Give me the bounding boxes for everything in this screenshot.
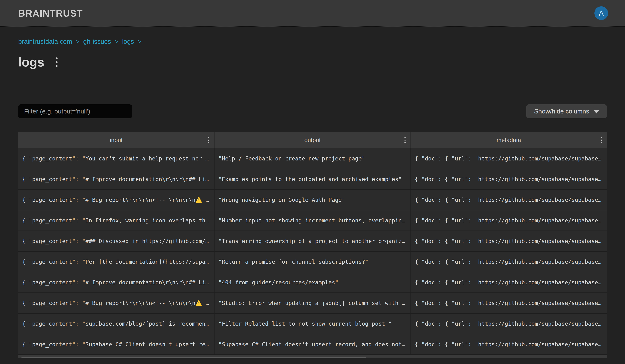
breadcrumb-org-link[interactable]: braintrustdata.com <box>18 38 72 45</box>
cell-input: { "page_content": "### Discussed in http… <box>18 231 214 251</box>
column-header-output[interactable]: output <box>214 132 410 148</box>
column-header-metadata[interactable]: metadata <box>410 132 607 148</box>
cell-input: { "page_content": "# Bug report\r\n\r\n<… <box>18 293 214 313</box>
chevron-right-icon: > <box>115 38 118 45</box>
cell-output: "Filter Related list to not show current… <box>214 314 410 334</box>
cell-input: { "page_content": "supabase.com/blog/[po… <box>18 314 214 334</box>
cell-input: { "page_content": "# Improve documentati… <box>18 272 214 292</box>
breadcrumb-project-link[interactable]: gh-issues <box>83 38 111 45</box>
chevron-down-icon <box>594 110 599 113</box>
brand-logo[interactable]: BRAINTRUST <box>18 8 83 19</box>
filter-input[interactable] <box>18 104 132 118</box>
cell-output: "Studio: Error when updating a jsonb[] c… <box>214 293 410 313</box>
cell-metadata: { "doc": { "url": "https://github.com/su… <box>410 334 607 354</box>
table-row[interactable]: { "page_content": "supabase.com/blog/[po… <box>18 313 607 334</box>
cell-metadata: { "doc": { "url": "https://github.com/su… <box>410 231 607 251</box>
table-row[interactable]: { "page_content": "# Improve documentati… <box>18 168 607 189</box>
chevron-right-icon: > <box>138 38 141 45</box>
cell-input: { "page_content": "Supabase C# Client do… <box>18 334 214 354</box>
cell-input: { "page_content": "You can't submit a he… <box>18 148 214 168</box>
cell-input: { "page_content": "# Bug report\r\n\r\n<… <box>18 190 214 210</box>
table-row[interactable]: { "page_content": "Per [the documentatio… <box>18 251 607 272</box>
column-menu-kebab-icon[interactable] <box>601 136 602 144</box>
cell-metadata: { "doc": { "url": "https://github.com/su… <box>410 272 607 292</box>
cell-metadata: { "doc": { "url": "https://github.com/su… <box>410 314 607 334</box>
cell-output: "Return a promise for channel subscripti… <box>214 252 410 272</box>
cell-input: { "page_content": "In Firefox, warning i… <box>18 210 214 230</box>
toolbar: Show/hide columns <box>18 104 607 118</box>
breadcrumb-logs-link[interactable]: logs <box>122 38 134 45</box>
cell-metadata: { "doc": { "url": "https://github.com/su… <box>410 190 607 210</box>
table-row[interactable]: { "page_content": "Supabase C# Client do… <box>18 334 607 354</box>
cell-output: "Number input not showing increment butt… <box>214 210 410 230</box>
show-hide-columns-label: Show/hide columns <box>534 108 589 115</box>
table-row[interactable]: { "page_content": "### Discussed in http… <box>18 230 607 251</box>
cell-metadata: { "doc": { "url": "https://github.com/su… <box>410 210 607 230</box>
table-row[interactable]: { "page_content": "You can't submit a he… <box>18 148 607 168</box>
table-row[interactable]: { "page_content": "In Firefox, warning i… <box>18 210 607 230</box>
breadcrumb: braintrustdata.com > gh-issues > logs > <box>18 38 625 45</box>
table-header-row: input output metadata <box>18 132 607 148</box>
table-row[interactable]: { "page_content": "# Bug report\r\n\r\n<… <box>18 292 607 313</box>
cell-output: "404 from guides/resources/examples" <box>214 272 410 292</box>
chevron-right-icon: > <box>76 38 79 45</box>
cell-input: { "page_content": "# Improve documentati… <box>18 169 214 189</box>
cell-metadata: { "doc": { "url": "https://github.com/su… <box>410 293 607 313</box>
top-bar: BRAINTRUST A <box>0 0 625 27</box>
cell-output: "Wrong navigating on Google Auth Page" <box>214 190 410 210</box>
column-menu-kebab-icon[interactable] <box>405 136 406 144</box>
page-title: logs <box>18 55 44 70</box>
cell-metadata: { "doc": { "url": "https://github.com/su… <box>410 169 607 189</box>
table-footer <box>18 354 607 358</box>
cell-output: "Examples points to the outdated and arc… <box>214 169 410 189</box>
cell-metadata: { "doc": { "url": "https://github.com/su… <box>410 252 607 272</box>
show-hide-columns-button[interactable]: Show/hide columns <box>526 104 607 118</box>
table-row[interactable]: { "page_content": "# Bug report\r\n\r\n<… <box>18 189 607 210</box>
cell-output: "Help / Feedback on create new project p… <box>214 148 410 168</box>
table-row[interactable]: { "page_content": "# Improve documentati… <box>18 272 607 292</box>
cell-output: "Supabase C# Client doesn't upsert recor… <box>214 334 410 354</box>
title-row: logs <box>18 54 625 71</box>
column-menu-kebab-icon[interactable] <box>208 136 209 144</box>
logs-table: input output metadata { "page_content": … <box>18 132 607 354</box>
column-header-input[interactable]: input <box>18 132 214 148</box>
horizontal-scrollbar[interactable] <box>22 357 366 358</box>
cell-output: "Transferring ownership of a project to … <box>214 231 410 251</box>
cell-input: { "page_content": "Per [the documentatio… <box>18 252 214 272</box>
avatar-initial: A <box>599 9 603 17</box>
avatar[interactable]: A <box>594 6 608 20</box>
cell-metadata: { "doc": { "url": "https://github.com/su… <box>410 148 607 168</box>
page-menu-kebab-icon[interactable] <box>56 56 58 68</box>
